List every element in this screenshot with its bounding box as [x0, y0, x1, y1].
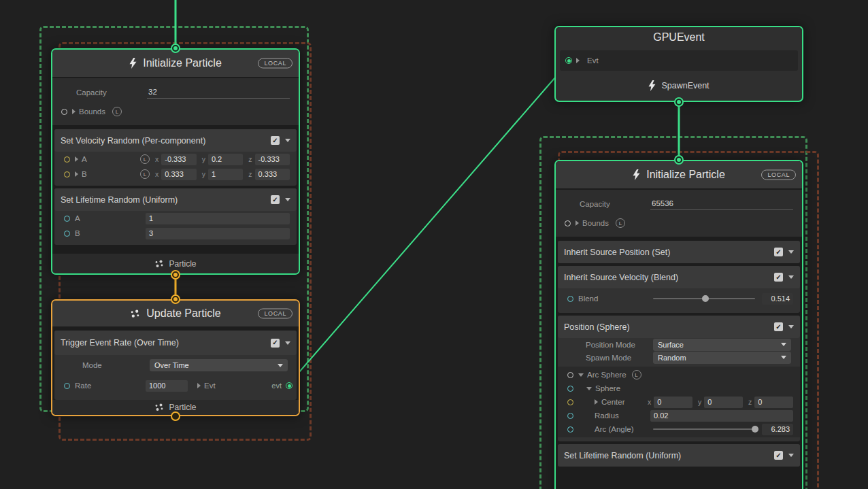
chevron-down-icon[interactable]: [788, 275, 794, 279]
mode-dropdown[interactable]: Over Time: [150, 359, 288, 371]
expand-arrow-icon[interactable]: [75, 171, 78, 177]
block-enabled-checkbox[interactable]: [774, 322, 783, 331]
expand-arrow-icon[interactable]: [197, 383, 201, 388]
local-space-icon[interactable]: L: [632, 370, 641, 380]
gpuevent-output-flow-port[interactable]: [674, 97, 684, 107]
chevron-down-icon[interactable]: [285, 198, 290, 201]
value-field-z[interactable]: -0.333: [255, 154, 290, 165]
block-header: Inherit Source Position (Set): [558, 241, 800, 263]
arc-angle-field[interactable]: 6.283: [762, 424, 793, 435]
port-a[interactable]: [64, 216, 70, 222]
expand-arrow-icon[interactable]: [576, 58, 580, 63]
vfx-graph-canvas[interactable]: Initialize Particle LOCAL Capacity 32 Bo…: [0, 0, 868, 489]
expand-arrow-icon[interactable]: [75, 156, 78, 162]
init-right-input-flow-port[interactable]: [674, 155, 684, 165]
radius-port[interactable]: [567, 413, 573, 419]
block-enabled-checkbox[interactable]: [271, 195, 280, 204]
port-b[interactable]: [64, 171, 70, 178]
value-field-x[interactable]: 0.333: [161, 169, 196, 180]
edge-evt-to-gpuevent[interactable]: [290, 62, 569, 383]
block-set-lifetime-random[interactable]: Set Lifetime Random (Uniform) A 1 B 3: [54, 188, 297, 245]
value-field-b[interactable]: 3: [146, 228, 290, 239]
bounds-port[interactable]: [565, 220, 571, 226]
init-left-output-flow-port[interactable]: [171, 270, 180, 280]
axis-z-label: z: [248, 170, 252, 178]
node-update-particle[interactable]: Update Particle LOCAL Trigger Event Rate…: [51, 299, 300, 416]
bounds-port[interactable]: [61, 109, 67, 115]
node-header[interactable]: Initialize Particle LOCAL: [556, 161, 802, 190]
block-enabled-checkbox[interactable]: [271, 136, 280, 145]
block-inherit-source-velocity[interactable]: Inherit Source Velocity (Blend) Blend 0.…: [558, 266, 800, 313]
local-space-icon[interactable]: L: [140, 169, 150, 179]
block-enabled-checkbox[interactable]: [774, 248, 783, 256]
node-header[interactable]: GPUEvent: [556, 27, 802, 48]
block-enabled-checkbox[interactable]: [774, 273, 783, 282]
blend-port[interactable]: [567, 296, 573, 302]
port-b[interactable]: [64, 231, 70, 237]
block-title: Inherit Source Velocity (Blend): [564, 273, 774, 282]
local-space-icon[interactable]: L: [112, 107, 122, 116]
update-input-flow-port[interactable]: [171, 294, 180, 304]
collapse-arrow-icon[interactable]: [578, 373, 584, 377]
collapse-arrow-icon[interactable]: [586, 387, 592, 390]
chevron-down-icon[interactable]: [788, 454, 794, 457]
local-space-icon[interactable]: L: [140, 154, 150, 164]
evt-output-port[interactable]: [286, 382, 293, 389]
rate-row: Rate 1000 Evt evt: [54, 375, 297, 396]
expand-arrow-icon[interactable]: [575, 220, 579, 226]
evt-input-port[interactable]: [565, 57, 572, 64]
slider-knob[interactable]: [702, 295, 709, 302]
expand-arrow-icon[interactable]: [595, 399, 598, 405]
value-field-y[interactable]: 0.2: [208, 154, 243, 165]
node-initialize-particle-right[interactable]: Initialize Particle LOCAL Capacity 65536…: [554, 160, 803, 489]
node-header[interactable]: Initialize Particle LOCAL: [52, 50, 299, 78]
port-a[interactable]: [64, 156, 70, 163]
center-label: Center: [601, 398, 642, 406]
arc-angle-slider[interactable]: [653, 428, 755, 430]
block-set-velocity-random[interactable]: Set Velocity Random (Per-component) A L …: [54, 129, 297, 186]
local-space-icon[interactable]: L: [616, 218, 625, 228]
blend-slider[interactable]: [653, 298, 755, 299]
spawn-mode-dropdown[interactable]: Random: [653, 352, 791, 364]
position-mode-dropdown[interactable]: Surface: [653, 339, 791, 351]
rate-field[interactable]: 1000: [146, 380, 188, 392]
center-field-y[interactable]: 0: [704, 397, 743, 408]
dropdown-arrow-icon: [781, 343, 786, 346]
block-enabled-checkbox[interactable]: [774, 451, 783, 460]
expand-arrow-icon[interactable]: [72, 109, 76, 114]
block-title: Set Lifetime Random (Uniform): [564, 451, 774, 460]
node-initialize-particle-left[interactable]: Initialize Particle LOCAL Capacity 32 Bo…: [51, 48, 300, 275]
center-field-x[interactable]: 0: [654, 397, 692, 408]
value-field-a[interactable]: 1: [146, 213, 290, 224]
chevron-down-icon[interactable]: [788, 325, 794, 328]
arc-angle-port[interactable]: [567, 426, 573, 433]
node-title: Update Particle: [146, 307, 220, 320]
value-field-y[interactable]: 1: [208, 169, 243, 180]
update-output-flow-port[interactable]: [171, 411, 180, 421]
block-set-lifetime-random[interactable]: Set Lifetime Random (Uniform): [558, 444, 800, 467]
block-position-sphere[interactable]: Position (Sphere) Position Mode Surface …: [558, 316, 800, 441]
value-field-z[interactable]: 0.333: [255, 169, 290, 180]
blend-field[interactable]: 0.514: [762, 293, 793, 305]
sphere-port[interactable]: [567, 386, 573, 392]
radius-field[interactable]: 0.02: [650, 410, 793, 422]
capacity-field[interactable]: 65536: [650, 198, 793, 210]
center-field-z[interactable]: 0: [754, 397, 793, 408]
block-inherit-source-position[interactable]: Inherit Source Position (Set): [558, 241, 800, 263]
node-header[interactable]: Update Particle LOCAL: [52, 301, 299, 328]
arc-sphere-port[interactable]: [567, 372, 573, 378]
value-field-x[interactable]: -0.333: [161, 154, 196, 165]
center-port[interactable]: [567, 399, 573, 405]
init-left-input-flow-port[interactable]: [171, 44, 180, 53]
node-title: Initialize Particle: [646, 169, 725, 181]
lifetime-row-a: A 1: [54, 211, 297, 226]
slider-knob[interactable]: [752, 426, 758, 433]
block-trigger-event-rate[interactable]: Trigger Event Rate (Over Time) Mode Over…: [54, 331, 297, 400]
chevron-down-icon[interactable]: [788, 250, 794, 254]
chevron-down-icon[interactable]: [285, 341, 290, 345]
block-enabled-checkbox[interactable]: [271, 339, 280, 348]
chevron-down-icon[interactable]: [285, 139, 290, 142]
rate-port[interactable]: [64, 383, 70, 389]
capacity-field[interactable]: 32: [147, 86, 290, 99]
node-gpuevent[interactable]: GPUEvent Evt SpawnEvent: [554, 26, 803, 102]
